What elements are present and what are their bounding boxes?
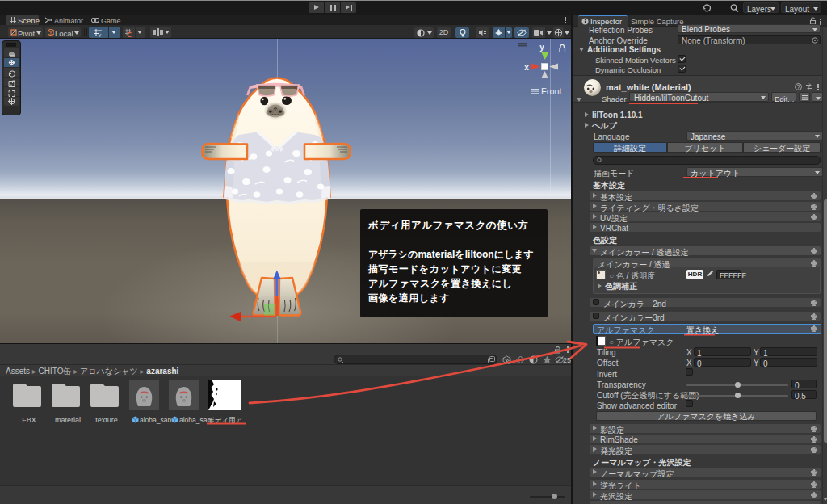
svg-text:x: x [524, 63, 529, 72]
svg-text:y: y [539, 43, 544, 52]
svg-text:Y: Y [99, 33, 102, 38]
